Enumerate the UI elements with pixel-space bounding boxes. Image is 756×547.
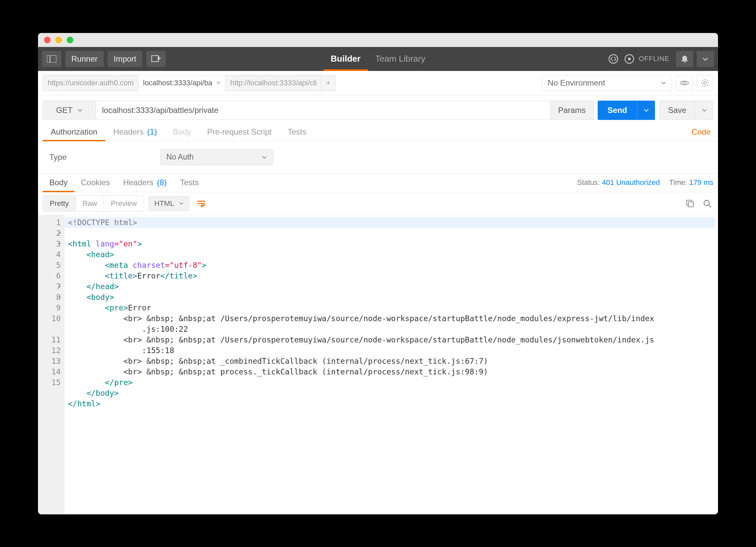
line-number: 11 — [38, 334, 61, 345]
view-preview-button[interactable]: Preview — [104, 196, 143, 211]
svg-point-7 — [628, 58, 631, 60]
svg-line-16 — [707, 80, 708, 81]
response-code[interactable]: <!DOCTYPE html> <html lang="en"> <head> … — [65, 215, 718, 514]
window-close-button[interactable] — [44, 37, 51, 43]
request-tab-2[interactable]: http://localhost:3333/api/cli — [225, 75, 321, 91]
svg-point-9 — [704, 82, 706, 84]
svg-line-17 — [702, 85, 703, 86]
line-number: 8▾ — [38, 292, 61, 302]
environment-value: No Environment — [548, 78, 605, 88]
tab-authorization[interactable]: Authorization — [43, 123, 105, 141]
line-number: 2▾ — [38, 228, 61, 239]
window-maximize-button[interactable] — [67, 37, 73, 43]
line-number: 7▾ — [38, 281, 61, 292]
view-pretty-button[interactable]: Pretty — [43, 196, 76, 211]
svg-line-14 — [702, 80, 703, 81]
line-number: 15 — [38, 377, 61, 388]
add-tab-button[interactable]: + — [321, 75, 336, 91]
svg-point-8 — [683, 82, 686, 84]
tab-tests[interactable]: Tests — [280, 123, 314, 141]
svg-rect-0 — [47, 55, 56, 63]
line-number: 5 — [38, 260, 61, 271]
quick-look-button[interactable] — [676, 75, 693, 91]
request-tab-1-label: localhost:3333/api/ba — [143, 79, 212, 87]
send-button[interactable]: Send — [598, 101, 637, 120]
line-number: 10 — [38, 313, 61, 334]
tab-headers-label: Headers — [113, 127, 144, 137]
view-mode-group: Pretty Raw Preview — [43, 196, 144, 212]
authorization-panel: Type No Auth — [38, 141, 718, 174]
request-tab-0[interactable]: https://unicoder.auth0.com — [43, 75, 138, 91]
sync-icon[interactable] — [607, 53, 620, 65]
notifications-button[interactable] — [676, 51, 693, 67]
environment-select[interactable]: No Environment — [542, 75, 672, 91]
method-select[interactable]: GET — [43, 101, 96, 120]
tab-headers[interactable]: Headers (1) — [105, 123, 165, 141]
res-tab-cookies[interactable]: Cookies — [74, 174, 117, 192]
tab-prerequest[interactable]: Pre-request Script — [199, 123, 280, 141]
window-titlebar — [38, 33, 718, 47]
svg-point-21 — [704, 200, 709, 206]
interceptor-icon[interactable] — [623, 53, 636, 65]
line-number: 6 — [38, 271, 61, 281]
params-button[interactable]: Params — [550, 101, 594, 120]
team-library-tab[interactable]: Team Library — [368, 47, 433, 71]
request-subtabs: Authorization Headers (1) Body Pre-reque… — [38, 123, 718, 141]
import-button[interactable]: Import — [108, 51, 142, 67]
save-dropdown[interactable] — [695, 101, 713, 120]
builder-tab[interactable]: Builder — [323, 47, 368, 71]
tab-body[interactable]: Body — [165, 123, 199, 141]
format-value: HTML — [154, 199, 174, 208]
tab-headers-count: (1) — [147, 127, 157, 137]
auth-type-value: No Auth — [166, 153, 194, 162]
time-label: Time: — [669, 178, 687, 187]
res-tab-tests[interactable]: Tests — [173, 174, 205, 192]
status-value: 401 Unauthorized — [602, 178, 660, 187]
res-tab-headers[interactable]: Headers (8) — [116, 174, 173, 192]
send-dropdown[interactable] — [637, 101, 655, 120]
manage-environments-button[interactable] — [697, 75, 713, 91]
toggle-sidebar-button[interactable] — [42, 51, 61, 67]
svg-point-5 — [609, 55, 618, 63]
app-window: Runner Import Builder Team Library OFFLI… — [38, 33, 718, 514]
svg-line-15 — [707, 85, 708, 86]
line-number: 13 — [38, 356, 61, 366]
svg-rect-20 — [688, 202, 693, 207]
menu-dropdown-button[interactable] — [697, 51, 714, 67]
response-code-area: 1 2▾ 3▾ 4 5 6 7▾ 8▾ 9 10 11 12 13 14 15 … — [38, 215, 718, 514]
line-number: 1 — [38, 217, 61, 228]
line-number: 14 — [38, 366, 61, 377]
response-meta: Status: 401 Unauthorized Time: 179 ms — [577, 178, 713, 187]
status-label: Status: — [577, 178, 600, 187]
res-tab-body[interactable]: Body — [43, 174, 74, 192]
url-bar: GET Params Send Save — [38, 95, 718, 123]
view-raw-button[interactable]: Raw — [76, 196, 104, 211]
new-tab-button[interactable] — [146, 51, 166, 67]
runner-button[interactable]: Runner — [65, 51, 104, 67]
request-tab-1[interactable]: localhost:3333/api/ba× — [138, 75, 225, 91]
code-link[interactable]: Code — [692, 127, 713, 137]
line-number: 4 — [38, 249, 61, 260]
close-tab-icon[interactable]: × — [216, 79, 221, 87]
res-tab-headers-count: (8) — [157, 178, 167, 187]
offline-label: OFFLINE — [639, 55, 669, 63]
line-gutter: 1 2▾ 3▾ 4 5 6 7▾ 8▾ 9 10 11 12 13 14 15 — [38, 215, 65, 514]
line-number: 12 — [38, 345, 61, 356]
main-toolbar: Runner Import Builder Team Library OFFLI… — [38, 47, 718, 71]
window-minimize-button[interactable] — [55, 37, 62, 43]
response-tabs: Body Cookies Headers (8) Tests Status: 4… — [38, 174, 718, 192]
request-tab-2-label: http://localhost:3333/api/cli — [230, 79, 317, 87]
format-select[interactable]: HTML — [149, 196, 189, 211]
auth-type-select[interactable]: No Auth — [160, 149, 273, 165]
time-value: 179 ms — [689, 178, 713, 187]
wrap-lines-button[interactable] — [194, 196, 209, 211]
copy-response-button[interactable] — [684, 198, 696, 210]
response-body-toolbar: Pretty Raw Preview HTML — [38, 192, 718, 215]
tab-environment-row: https://unicoder.auth0.com localhost:333… — [38, 71, 718, 95]
line-number: 3▾ — [38, 239, 61, 249]
svg-line-22 — [709, 205, 711, 207]
search-response-button[interactable] — [701, 198, 713, 210]
res-tab-headers-label: Headers — [123, 178, 153, 187]
save-button[interactable]: Save — [659, 101, 695, 120]
url-input[interactable] — [96, 101, 551, 120]
